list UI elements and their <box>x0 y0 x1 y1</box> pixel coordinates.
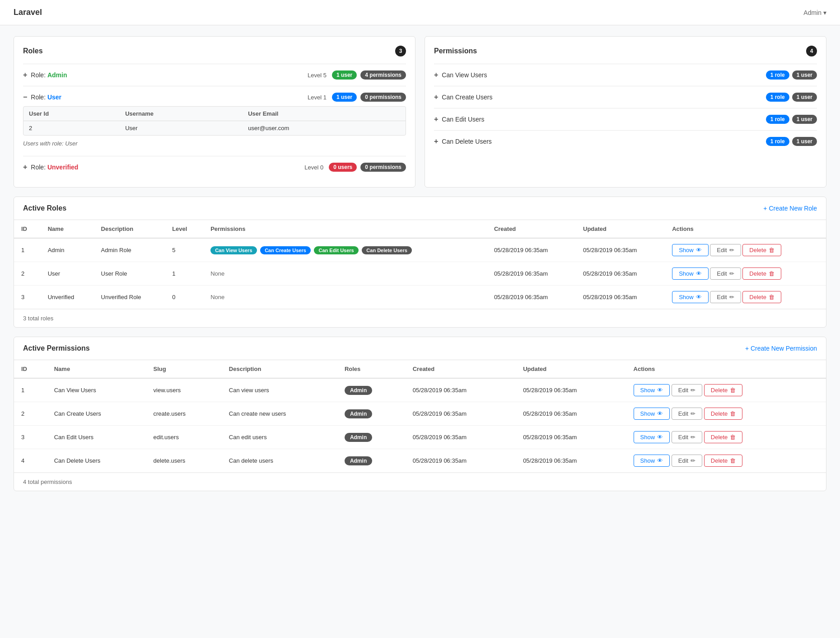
role-user-label: Role: User <box>31 94 61 101</box>
perm-tag-edit: Can Edit Users <box>314 246 358 254</box>
perm-actions: Show 👁 Edit ✏ Delete 🗑 <box>626 402 826 426</box>
perm-slug: view.users <box>146 378 222 402</box>
col-id: ID <box>14 360 47 378</box>
role-admin-toggle[interactable]: + <box>23 71 27 79</box>
user-email-cell: user@user.com <box>243 121 406 136</box>
role-item-admin: + Role: Admin Level 5 1 user 4 permissio… <box>23 64 406 86</box>
perm-view-badges: 1 role 1 user <box>766 70 817 80</box>
role-user-table: User Id Username User Email 2 User user@… <box>23 106 406 136</box>
eye-icon: 👁 <box>657 410 663 417</box>
roles-card-title: Roles <box>23 47 43 55</box>
perm-description: Can delete users <box>222 449 337 473</box>
active-roles-section: Active Roles + Create New Role ID Name D… <box>14 197 826 328</box>
delete-role-unverified-button[interactable]: Delete 🗑 <box>742 291 781 303</box>
edit-perm-create-button[interactable]: Edit ✏ <box>672 408 702 420</box>
perms-table-footer: 4 total permissions <box>14 473 826 491</box>
permissions-card-header: Permissions 4 <box>434 46 817 56</box>
show-perm-create-button[interactable]: Show 👁 <box>634 408 670 420</box>
role-id: 1 <box>14 238 41 262</box>
trash-icon: 🗑 <box>769 294 775 300</box>
perm-create-label: Can Create Users <box>442 94 492 101</box>
perm-view-role-pill: 1 role <box>766 70 789 80</box>
create-permission-link[interactable]: + Create New Permission <box>745 345 817 352</box>
pencil-icon: ✏ <box>691 387 695 394</box>
role-description: Unverified Role <box>94 286 165 309</box>
col-name: Name <box>41 220 94 238</box>
perm-roles: Admin <box>337 426 406 449</box>
perm-created: 05/28/2019 06:35am <box>406 402 516 426</box>
perm-id: 2 <box>14 402 47 426</box>
perm-tag-view: Can View Users <box>210 246 257 254</box>
perm-actions: Show 👁 Edit ✏ Delete 🗑 <box>626 449 826 473</box>
perm-name: Can Create Users <box>47 402 146 426</box>
role-level: 0 <box>165 286 203 309</box>
role-unverified-toggle[interactable]: + <box>23 163 27 171</box>
role-user-toggle[interactable]: − <box>23 93 27 101</box>
admin-role-badge: Admin <box>345 409 372 418</box>
col-name: Name <box>47 360 146 378</box>
edit-role-admin-button[interactable]: Edit ✏ <box>710 244 741 256</box>
role-item-admin-left: + Role: Admin <box>23 71 67 79</box>
delete-perm-edit-button[interactable]: Delete 🗑 <box>704 431 743 443</box>
delete-role-user-button[interactable]: Delete 🗑 <box>742 267 781 280</box>
role-unverified-user-pill: 0 users <box>329 163 357 172</box>
delete-perm-create-button[interactable]: Delete 🗑 <box>704 408 743 420</box>
active-permissions-header: Active Permissions + Create New Permissi… <box>14 337 826 360</box>
active-roles-table: ID Name Description Level Permissions Cr… <box>14 220 826 309</box>
perm-delete-toggle[interactable]: + <box>434 137 438 145</box>
role-id: 3 <box>14 286 41 309</box>
col-updated: Updated <box>516 360 626 378</box>
edit-role-user-button[interactable]: Edit ✏ <box>710 267 741 280</box>
delete-perm-view-button[interactable]: Delete 🗑 <box>704 384 743 396</box>
perm-view-toggle[interactable]: + <box>434 71 438 79</box>
show-role-unverified-button[interactable]: Show 👁 <box>672 291 709 303</box>
active-roles-title: Active Roles <box>23 204 66 212</box>
role-updated: 05/28/2019 06:35am <box>576 262 665 286</box>
role-name: Unverified <box>41 286 94 309</box>
delete-role-admin-button[interactable]: Delete 🗑 <box>742 244 781 256</box>
perms-table-header-row: ID Name Slug Description Roles Created U… <box>14 360 826 378</box>
role-created: 05/28/2019 06:35am <box>487 238 576 262</box>
show-perm-view-button[interactable]: Show 👁 <box>634 384 670 396</box>
role-permissions: Can View Users Can Create Users Can Edit… <box>203 238 487 262</box>
perm-edit-toggle[interactable]: + <box>434 115 438 123</box>
show-role-admin-button[interactable]: Show 👁 <box>672 244 709 256</box>
create-role-link[interactable]: + Create New Role <box>763 205 817 212</box>
perm-delete-badges: 1 role 1 user <box>766 137 817 146</box>
perm-view-left: + Can View Users <box>434 71 487 79</box>
edit-perm-view-button[interactable]: Edit ✏ <box>672 384 702 396</box>
role-unverified-name: Unverified <box>47 164 78 171</box>
perm-roles: Admin <box>337 402 406 426</box>
trash-icon: 🗑 <box>769 247 775 253</box>
edit-perm-delete-button[interactable]: Edit ✏ <box>672 455 702 467</box>
perm-item-create-users: + Can Create Users 1 role 1 user <box>434 86 817 108</box>
perm-create-role-pill: 1 role <box>766 93 789 102</box>
edit-perm-edit-button[interactable]: Edit ✏ <box>672 431 702 443</box>
table-row: 1 Can View Users view.users Can view use… <box>14 378 826 402</box>
eye-icon: 👁 <box>657 457 663 464</box>
delete-perm-delete-button[interactable]: Delete 🗑 <box>704 455 743 467</box>
perm-edit-role-pill: 1 role <box>766 115 789 124</box>
show-perm-delete-button[interactable]: Show 👁 <box>634 455 670 467</box>
perm-create-badges: 1 role 1 user <box>766 93 817 102</box>
perm-delete-label: Can Delete Users <box>442 138 492 145</box>
pencil-icon: ✏ <box>691 457 695 464</box>
role-actions: Show 👁 Edit ✏ Delete 🗑 <box>665 238 826 262</box>
edit-role-unverified-button[interactable]: Edit ✏ <box>710 291 741 303</box>
show-perm-edit-button[interactable]: Show 👁 <box>634 431 670 443</box>
role-unverified-left: + Role: Unverified <box>23 163 78 171</box>
table-row: 3 Can Edit Users edit.users Can edit use… <box>14 426 826 449</box>
active-roles-header: Active Roles + Create New Role <box>14 197 826 220</box>
active-permissions-section: Active Permissions + Create New Permissi… <box>14 337 826 491</box>
admin-role-badge: Admin <box>345 386 372 395</box>
role-admin-name: Admin <box>47 71 67 79</box>
perm-view-user-pill: 1 user <box>792 70 817 80</box>
perm-create-toggle[interactable]: + <box>434 93 438 101</box>
navbar-user-menu[interactable]: Admin ▾ <box>803 9 826 16</box>
user-id-cell: 2 <box>23 121 120 136</box>
col-user-id: User Id <box>23 107 120 121</box>
perm-created: 05/28/2019 06:35am <box>406 449 516 473</box>
perm-edit-label: Can Edit Users <box>442 116 484 123</box>
show-role-user-button[interactable]: Show 👁 <box>672 267 709 280</box>
perm-item-view-users: + Can View Users 1 role 1 user <box>434 64 817 86</box>
